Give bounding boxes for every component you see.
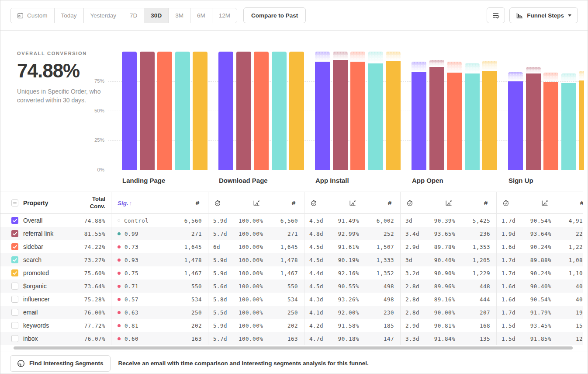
row-checkbox-overall[interactable]: [11, 217, 18, 224]
step-count: 163: [287, 336, 298, 342]
bar-sidebar-app-install[interactable]: [350, 62, 365, 170]
conversion-rate-icon[interactable]: [541, 199, 549, 206]
sig-sort-header[interactable]: Sig.↑: [118, 199, 132, 207]
step-count: 202: [191, 322, 202, 329]
bar-search-app-open[interactable]: [465, 73, 480, 170]
total-conversion-value: 75.60%: [84, 270, 105, 276]
avg-time-value: 5.5d: [213, 309, 239, 316]
conversion-rate-icon[interactable]: [252, 199, 260, 206]
table-row-overall[interactable]: Overall74.88%Control6,5605.9d100.00%6,56…: [0, 214, 583, 227]
step-cell-download-page: 5.9d100.00%6,560: [208, 214, 304, 227]
bar-sidebar-sign-up[interactable]: [543, 82, 558, 170]
count-column-icon[interactable]: #: [580, 199, 583, 207]
sig-value: 0.57: [125, 296, 138, 303]
total-conversion-value: 73.64%: [84, 283, 105, 290]
bar-overall-app-open[interactable]: [412, 72, 426, 170]
date-range-12m[interactable]: 12M: [212, 8, 237, 23]
step-count: 230: [384, 309, 394, 316]
row-checkbox-email[interactable]: [11, 309, 18, 316]
drop-off-cap-promoted-sign-up: [579, 71, 584, 80]
bar-promoted-app-open[interactable]: [482, 71, 497, 170]
table-row-influencer[interactable]: influencer75.28%0.575345.8d100.00%5344.3…: [0, 293, 583, 306]
total-conversion-value: 77.72%: [84, 322, 105, 329]
conversion-rate-value: 90.90%: [431, 270, 455, 276]
bar-referral-link-landing-page[interactable]: [140, 52, 155, 170]
bar-overall-landing-page[interactable]: [122, 52, 137, 170]
bar-overall-sign-up[interactable]: [508, 81, 523, 170]
date-range-3m[interactable]: 3M: [168, 8, 190, 23]
total-conv-header[interactable]: Total Conv.: [84, 196, 105, 210]
bar-sidebar-app-open[interactable]: [447, 73, 462, 170]
bar-promoted-app-install[interactable]: [386, 61, 401, 170]
date-range-7d[interactable]: 7D: [123, 8, 144, 23]
row-checkbox-referral-link[interactable]: [11, 230, 18, 237]
bar-search-landing-page[interactable]: [175, 52, 190, 170]
date-range-custom[interactable]: Custom: [10, 8, 54, 23]
step-count: 157: [576, 322, 583, 329]
date-range-6m[interactable]: 6M: [190, 8, 212, 23]
date-range-today[interactable]: Today: [54, 8, 83, 23]
bar-referral-link-app-open[interactable]: [429, 67, 444, 170]
step-header-app-install: #: [304, 192, 400, 213]
avg-time-icon[interactable]: [310, 199, 317, 206]
bar-promoted-sign-up[interactable]: [579, 80, 584, 170]
column-divider: [111, 192, 111, 345]
step-cell-download-page: 6d100.00%1,645: [208, 240, 304, 253]
conversion-rate-value: 90.19%: [335, 257, 359, 263]
drop-off-cap-referral-link-sign-up: [526, 67, 541, 73]
bar-referral-link-sign-up[interactable]: [526, 73, 541, 170]
bar-search-download-page[interactable]: [272, 52, 287, 170]
bar-group-app-install: [315, 52, 401, 170]
bar-search-app-install[interactable]: [368, 63, 383, 170]
avg-time-icon[interactable]: [502, 199, 509, 206]
count-column-icon[interactable]: #: [387, 199, 391, 207]
find-interesting-segments-button[interactable]: Find Interesting Segments: [10, 355, 111, 372]
table-row-referral-link[interactable]: referral link81.55%0.992715.7d100.00%271…: [0, 227, 583, 240]
row-checkbox-sidebar[interactable]: [11, 243, 18, 250]
bar-referral-link-download-page[interactable]: [236, 52, 251, 170]
bar-promoted-download-page[interactable]: [289, 52, 304, 170]
bar-promoted-landing-page[interactable]: [193, 52, 208, 170]
row-checkbox-influencer[interactable]: [11, 296, 18, 303]
table-row-inbox[interactable]: inbox76.07%0.601635.7d100.00%1634.7d90.1…: [0, 332, 583, 345]
row-checkbox-promoted[interactable]: [11, 269, 18, 276]
row-checkbox-organic[interactable]: [11, 283, 18, 290]
date-range-30d[interactable]: 30D: [144, 8, 168, 23]
row-checkbox-keywords[interactable]: [11, 322, 18, 329]
table-row-organic[interactable]: $organic73.64%0.715505.6d100.00%5504.5d9…: [0, 280, 583, 293]
list-options-button[interactable]: [487, 7, 505, 23]
funnel-steps-dropdown[interactable]: Funnel Steps: [509, 7, 578, 23]
table-row-keywords[interactable]: keywords77.72%0.812025.9d100.00%2024.2d9…: [0, 319, 583, 332]
horizontal-scrollbar-thumb[interactable]: [14, 346, 573, 350]
bar-chart-icon: [516, 12, 523, 19]
step-count: 271: [191, 231, 202, 237]
conversion-rate-icon[interactable]: [349, 199, 356, 206]
horizontal-scrollbar-track[interactable]: [0, 345, 588, 352]
property-label: promoted: [23, 269, 84, 276]
count-column-icon[interactable]: #: [484, 199, 488, 207]
property-header[interactable]: Property: [23, 199, 84, 206]
table-row-search[interactable]: search73.27%0.931,4785.9d100.00%1,4784.5…: [0, 253, 583, 266]
row-checkbox-inbox[interactable]: [11, 335, 18, 342]
bar-overall-app-install[interactable]: [315, 62, 330, 170]
avg-time-icon[interactable]: [406, 199, 413, 206]
avg-time-icon[interactable]: [214, 199, 221, 206]
select-all-checkbox[interactable]: [11, 199, 18, 206]
conversion-rate-icon[interactable]: [445, 199, 453, 206]
step-count: 168: [480, 322, 490, 329]
bar-sidebar-download-page[interactable]: [254, 52, 269, 170]
count-column-icon[interactable]: #: [291, 199, 295, 207]
bar-sidebar-landing-page[interactable]: [157, 52, 172, 170]
date-range-yesterday[interactable]: Yesterday: [83, 8, 123, 23]
table-row-promoted[interactable]: promoted75.60%0.751,4675.9d100.00%1,4674…: [0, 266, 583, 280]
table-row-email[interactable]: email76.00%0.632505.5d100.00%2504.1d92.0…: [0, 306, 583, 319]
bar-referral-link-app-install[interactable]: [333, 60, 348, 170]
conversion-rate-value: 90.39%: [431, 217, 455, 224]
table-row-sidebar[interactable]: sidebar74.22%0.731,6456d100.00%1,6454.5d…: [0, 240, 583, 253]
compare-to-past-button[interactable]: Compare to Past: [243, 7, 306, 23]
bar-search-sign-up[interactable]: [561, 83, 576, 170]
date-range-label: Custom: [27, 12, 48, 19]
count-column-icon[interactable]: #: [195, 199, 199, 207]
row-checkbox-search[interactable]: [11, 256, 18, 263]
bar-overall-download-page[interactable]: [218, 52, 233, 170]
